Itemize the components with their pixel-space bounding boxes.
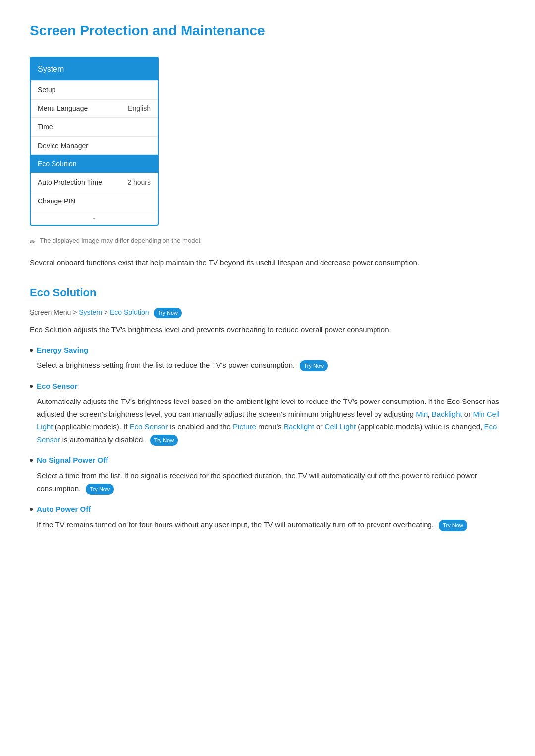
menu-item-value: English bbox=[128, 103, 151, 114]
energy-saving-desc: Select a brightness setting from the lis… bbox=[30, 359, 505, 372]
backlight-link[interactable]: Backlight bbox=[432, 410, 462, 418]
menu-item-label: Menu Language bbox=[38, 103, 88, 114]
auto-power-off-try-now[interactable]: Try Now bbox=[439, 520, 467, 531]
energy-saving-try-now[interactable]: Try Now bbox=[300, 360, 328, 372]
auto-power-off-desc: If the TV remains turned on for four hou… bbox=[30, 518, 505, 531]
auto-power-off-title: Auto Power Off bbox=[37, 504, 91, 515]
eco-solution-bullets: Energy Saving Select a brightness settin… bbox=[30, 344, 505, 531]
page-title: Screen Protection and Maintenance bbox=[30, 20, 505, 42]
menu-chevron: ⌄ bbox=[31, 210, 158, 225]
menu-item-change-pin[interactable]: Change PIN bbox=[31, 192, 158, 210]
eco-sensor-desc: Automatically adjusts the TV's brightnes… bbox=[30, 395, 505, 446]
breadcrumb-prefix: Screen Menu bbox=[30, 308, 71, 316]
menu-item-label: Setup bbox=[38, 84, 56, 95]
menu-panel-title: System bbox=[31, 58, 158, 81]
min-link[interactable]: Min bbox=[416, 410, 428, 418]
breadcrumb-sep2: > bbox=[104, 308, 110, 316]
bullet-dot bbox=[30, 349, 33, 352]
min-cell-light-link[interactable]: Min Cell Light bbox=[37, 410, 500, 431]
eco-solution-title: Eco Solution bbox=[30, 284, 505, 301]
menu-item-eco-solution[interactable]: Eco Solution bbox=[31, 154, 158, 173]
bullet-auto-power-off: Auto Power Off If the TV remains turned … bbox=[30, 504, 505, 531]
note: ✏ The displayed image may differ dependi… bbox=[30, 236, 505, 247]
menu-item-label: Auto Protection Time bbox=[38, 177, 102, 188]
menu-item-auto-protection-time[interactable]: Auto Protection Time 2 hours bbox=[31, 173, 158, 191]
menu-item-time[interactable]: Time bbox=[31, 117, 158, 136]
menu-item-label: Device Manager bbox=[38, 140, 88, 151]
menu-item-menu-language[interactable]: Menu Language English bbox=[31, 99, 158, 117]
breadcrumb-try-now-badge[interactable]: Try Now bbox=[154, 308, 182, 319]
menu-item-label: Eco Solution bbox=[38, 158, 77, 169]
breadcrumb-system-link[interactable]: System bbox=[79, 308, 102, 316]
pencil-icon: ✏ bbox=[30, 236, 36, 247]
bullet-no-signal-power-off: No Signal Power Off Select a time from t… bbox=[30, 454, 505, 495]
no-signal-power-off-desc: Select a time from the list. If no signa… bbox=[30, 469, 505, 495]
cell-light-link[interactable]: Cell Light bbox=[325, 422, 356, 431]
eco-sensor-try-now[interactable]: Try Now bbox=[150, 435, 178, 446]
bullet-energy-saving: Energy Saving Select a brightness settin… bbox=[30, 344, 505, 372]
menu-item-label: Time bbox=[38, 121, 53, 132]
eco-sensor-title: Eco Sensor bbox=[37, 380, 78, 392]
breadcrumb-eco-link[interactable]: Eco Solution bbox=[110, 308, 149, 316]
menu-item-device-manager[interactable]: Device Manager bbox=[31, 136, 158, 154]
bullet-dot bbox=[30, 459, 33, 462]
menu-item-value: 2 hours bbox=[127, 177, 151, 188]
menu-panel: System Setup Menu Language English Time … bbox=[30, 57, 159, 226]
no-signal-power-off-title: No Signal Power Off bbox=[37, 454, 108, 466]
menu-item-label: Change PIN bbox=[38, 196, 75, 206]
picture-link[interactable]: Picture bbox=[233, 422, 256, 431]
energy-saving-title: Energy Saving bbox=[37, 344, 88, 356]
breadcrumb-sep1: > bbox=[73, 308, 79, 316]
intro-paragraph: Several onboard functions exist that hel… bbox=[30, 256, 505, 269]
breadcrumb: Screen Menu > System > Eco Solution Try … bbox=[30, 307, 505, 318]
bullet-dot bbox=[30, 385, 33, 388]
note-text: The displayed image may differ depending… bbox=[40, 236, 202, 246]
bullet-eco-sensor: Eco Sensor Automatically adjusts the TV'… bbox=[30, 380, 505, 446]
backlight-link2[interactable]: Backlight bbox=[284, 422, 314, 431]
menu-item-setup[interactable]: Setup bbox=[31, 80, 158, 99]
eco-sensor-link2[interactable]: Eco Sensor bbox=[37, 422, 497, 444]
eco-sensor-link[interactable]: Eco Sensor bbox=[130, 422, 168, 431]
bullet-dot bbox=[30, 508, 33, 511]
no-signal-try-now[interactable]: Try Now bbox=[86, 484, 114, 495]
eco-solution-intro: Eco Solution adjusts the TV's brightness… bbox=[30, 323, 505, 336]
